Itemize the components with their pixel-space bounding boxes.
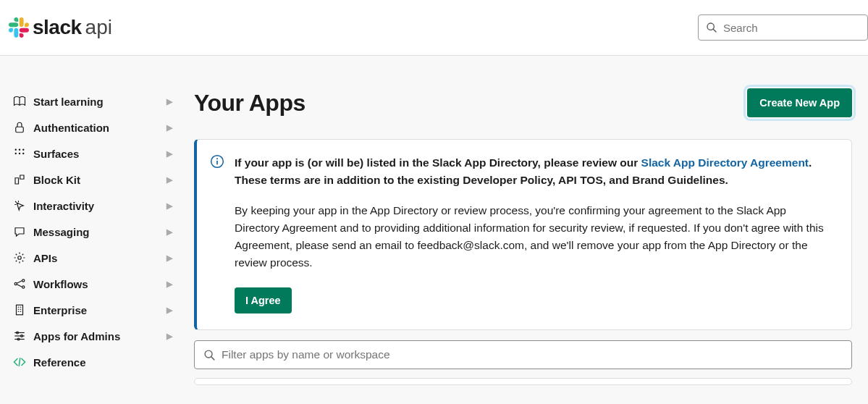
- notice-paragraph-2: By keeping your app in the App Directory…: [235, 202, 833, 272]
- sidebar-label: Interactivity: [33, 200, 94, 212]
- chevron-right-icon: ▶: [167, 227, 172, 237]
- svg-point-5: [22, 149, 24, 151]
- svg-rect-29: [216, 161, 218, 165]
- grid-icon: [13, 147, 33, 160]
- filter-apps-input[interactable]: [222, 348, 843, 361]
- building-icon: [13, 303, 33, 316]
- sidebar-label: Reference: [33, 356, 86, 369]
- chevron-right-icon: ▶: [167, 201, 172, 211]
- svg-point-11: [22, 279, 25, 282]
- svg-rect-2: [16, 127, 24, 132]
- logo-text-bold: slack: [33, 16, 82, 39]
- svg-point-28: [216, 158, 218, 159]
- app-card-stub: [194, 378, 852, 385]
- logo-text-light: api: [85, 16, 112, 39]
- book-icon: [13, 95, 33, 108]
- chevron-right-icon: ▶: [167, 97, 172, 106]
- code-icon: [13, 355, 33, 369]
- search-box[interactable]: [698, 14, 868, 41]
- sidebar-label: Messaging: [33, 226, 90, 238]
- search-icon: [203, 349, 216, 361]
- sidebar-label: Start learning: [33, 96, 104, 108]
- search-icon: [706, 22, 717, 33]
- sidebar-item-interactivity[interactable]: Interactivity ▶: [13, 193, 178, 219]
- i-agree-button[interactable]: I Agree: [235, 287, 292, 313]
- sidebar-item-start-learning[interactable]: Start learning ▶: [13, 88, 178, 114]
- chevron-right-icon: ▶: [167, 332, 172, 341]
- chevron-right-icon: ▶: [167, 306, 172, 315]
- sidebar-label: Authentication: [33, 122, 109, 134]
- slack-logo[interactable]: slack api: [9, 16, 112, 39]
- main-content: Your Apps Create New App If your app is …: [178, 88, 868, 385]
- svg-line-1: [713, 29, 716, 32]
- info-icon: [210, 154, 224, 169]
- sidebar-label: Block Kit: [33, 174, 80, 186]
- lock-icon: [13, 121, 33, 134]
- search-input[interactable]: [723, 22, 860, 34]
- sliders-icon: [13, 329, 33, 342]
- sidebar-item-authentication[interactable]: Authentication ▶: [13, 114, 178, 140]
- chevron-right-icon: ▶: [167, 253, 172, 263]
- directory-agreement-notice: If your app is (or will be) listed in th…: [194, 139, 852, 330]
- sidebar-label: Apps for Admins: [33, 330, 120, 342]
- page-title: Your Apps: [194, 90, 306, 117]
- sidebar: Start learning ▶ Authentication ▶ Surfac…: [6, 88, 178, 385]
- workflow-icon: [13, 277, 33, 290]
- chevron-right-icon: ▶: [167, 279, 172, 289]
- notice-paragraph-1: If your app is (or will be) listed in th…: [235, 154, 833, 189]
- svg-rect-13: [17, 305, 23, 315]
- sidebar-item-apis[interactable]: APIs ▶: [13, 245, 178, 271]
- sidebar-item-surfaces[interactable]: Surfaces ▶: [13, 140, 178, 167]
- sidebar-item-reference[interactable]: Reference: [13, 349, 178, 375]
- sidebar-item-block-kit[interactable]: Block Kit ▶: [13, 167, 178, 193]
- svg-point-3: [15, 149, 17, 151]
- block-icon: [13, 173, 33, 186]
- sidebar-item-apps-for-admins[interactable]: Apps for Admins ▶: [13, 323, 178, 349]
- directory-agreement-link[interactable]: Slack App Directory Agreement: [641, 156, 809, 169]
- chevron-right-icon: ▶: [167, 123, 172, 132]
- chat-icon: [13, 225, 33, 238]
- svg-point-6: [15, 153, 17, 154]
- sidebar-label: Enterprise: [33, 304, 87, 316]
- svg-point-8: [22, 153, 24, 154]
- sidebar-item-enterprise[interactable]: Enterprise ▶: [13, 297, 178, 323]
- sidebar-item-messaging[interactable]: Messaging ▶: [13, 219, 178, 245]
- sidebar-label: APIs: [33, 252, 57, 264]
- gear-icon: [13, 251, 33, 264]
- cursor-click-icon: [13, 199, 33, 212]
- chevron-right-icon: ▶: [167, 175, 172, 185]
- svg-point-12: [22, 286, 25, 288]
- svg-line-31: [211, 356, 214, 359]
- svg-point-10: [14, 282, 17, 285]
- create-new-app-button[interactable]: Create New App: [747, 88, 852, 117]
- svg-point-7: [19, 153, 20, 154]
- sidebar-label: Workflows: [33, 278, 88, 290]
- slack-logo-mark: [9, 17, 29, 38]
- svg-point-4: [19, 149, 20, 151]
- svg-point-9: [18, 256, 22, 260]
- sidebar-label: Surfaces: [33, 148, 79, 160]
- svg-line-26: [19, 358, 20, 366]
- chevron-right-icon: ▶: [167, 149, 172, 159]
- filter-apps-box[interactable]: [194, 340, 852, 369]
- sidebar-item-workflows[interactable]: Workflows ▶: [13, 271, 178, 297]
- top-bar: slack api: [0, 0, 868, 56]
